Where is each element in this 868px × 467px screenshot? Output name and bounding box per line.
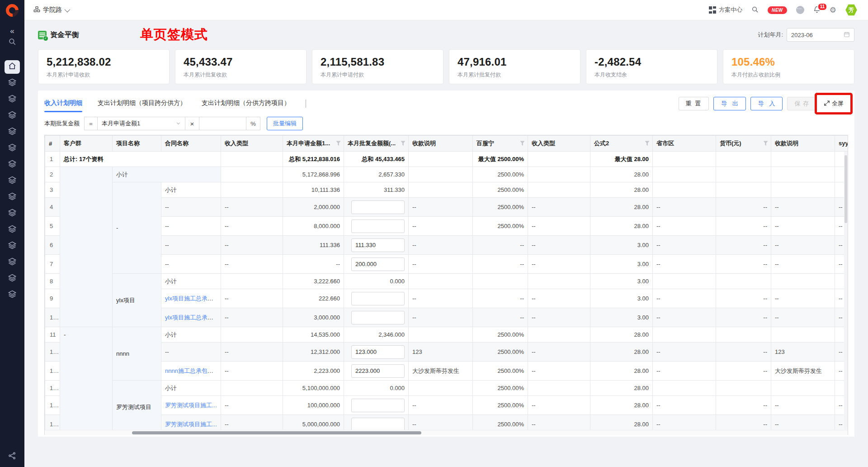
cell: 123 — [771, 343, 835, 362]
layers-icon — [8, 257, 16, 267]
cell: ylx项目 — [113, 274, 161, 327]
sidebar-item-layers[interactable] — [5, 239, 20, 253]
approved-amount-input[interactable] — [351, 399, 405, 412]
filter-funnel-icon[interactable] — [401, 141, 406, 148]
table-row: 9ylx项目施工总承包...--222.660------3.00-------… — [45, 289, 849, 308]
cell: 最大值 2500.00% — [473, 152, 528, 167]
row-number: 7 — [45, 255, 60, 274]
approved-amount-input[interactable]: 123.000 — [351, 345, 405, 359]
cell: -- — [221, 217, 283, 236]
row-number: 11 — [45, 327, 60, 343]
sidebar-item-layers[interactable] — [5, 142, 20, 155]
collapse-sidebar-icon[interactable]: « — [10, 27, 14, 36]
messages-button[interactable] — [796, 6, 804, 14]
sidebar-item-layers[interactable] — [5, 256, 20, 269]
cell: -- — [473, 255, 528, 274]
cell: 小计 — [161, 327, 221, 343]
cell: 3.00 — [590, 289, 653, 308]
cell: 2500.00% — [473, 362, 528, 381]
cell: -- — [771, 308, 835, 327]
approved-amount-input[interactable] — [351, 311, 405, 324]
cell: -- — [473, 308, 528, 327]
sidebar-item-layers[interactable] — [5, 125, 20, 139]
row-number: 1 — [45, 152, 60, 167]
new-badge[interactable]: NEW — [768, 6, 787, 14]
column-header: # — [45, 136, 60, 152]
header-search-button[interactable] — [751, 6, 759, 14]
filter-funnel-icon[interactable] — [336, 141, 341, 148]
cell — [344, 396, 409, 415]
fullscreen-button[interactable]: 全屏 — [821, 100, 846, 108]
org-switcher[interactable]: 学院路 — [33, 6, 69, 14]
save-button: 保 存 — [787, 97, 816, 110]
column-header: 省市区 — [653, 136, 716, 152]
contract-link[interactable]: 罗芳测试项目施工... — [165, 402, 217, 409]
cell: -- — [161, 236, 221, 255]
page-title: 资金平衡 — [50, 30, 79, 40]
approved-amount-input[interactable] — [351, 219, 405, 233]
chevron-down-icon — [176, 120, 181, 127]
sidebar-item-layers[interactable] — [5, 207, 20, 220]
cell: 小计 — [161, 381, 221, 396]
cell: -- — [528, 198, 590, 217]
solution-center-button[interactable]: 方案中心 — [709, 6, 742, 14]
horizontal-scrollbar[interactable] — [45, 430, 848, 435]
sidebar-search[interactable] — [5, 36, 20, 49]
cell: -- — [716, 289, 771, 308]
row-number: 8 — [45, 274, 60, 289]
table-row: 13nnnn施工总承包合同--2,223.0002223.000大沙发斯蒂芬发生… — [45, 362, 849, 381]
column-header: 收款说明 — [409, 136, 473, 152]
avatar[interactable]: 芳 — [845, 4, 857, 16]
cell: ylx项目施工总承包... — [161, 308, 221, 327]
percent-suffix: % — [246, 117, 260, 130]
summary-card: 105.46%本月付款占收款比例 — [723, 49, 854, 84]
cell: -- — [716, 396, 771, 415]
contract-link[interactable]: nnnn施工总承包合同 — [165, 367, 219, 374]
sidebar-item-home[interactable] — [5, 60, 20, 74]
percentage-input[interactable] — [199, 117, 246, 130]
reset-button[interactable]: 重 置 — [679, 97, 709, 110]
cell: -- — [653, 289, 716, 308]
approved-amount-input[interactable] — [351, 418, 405, 431]
sidebar-item-layers[interactable] — [5, 93, 20, 106]
contract-link[interactable]: ylx项目施工总承包... — [165, 295, 218, 302]
approved-amount-input[interactable]: 111.330 — [351, 238, 405, 252]
cell: 罗芳测试项目施工... — [161, 396, 221, 415]
contract-link[interactable]: 罗芳测试项目施工... — [165, 421, 217, 428]
tab-active[interactable]: 收入计划明细 — [44, 99, 82, 112]
cell — [716, 381, 771, 396]
cell: -- — [716, 236, 771, 255]
filter-funnel-icon[interactable] — [520, 141, 525, 148]
formula-field-select[interactable]: 本月申请金额1 — [97, 117, 185, 130]
export-button[interactable]: 导 出 — [713, 97, 746, 110]
batch-edit-button[interactable]: 批量编辑 — [267, 117, 303, 130]
filter-funnel-icon[interactable] — [763, 141, 768, 148]
tab-item[interactable]: 支出计划明细（项目跨分供方） — [98, 99, 186, 112]
sidebar-item-layers[interactable] — [5, 288, 20, 302]
notifications-button[interactable]: 11 — [813, 6, 821, 14]
sidebar-item-layers[interactable] — [5, 174, 20, 188]
contract-link[interactable]: ylx项目施工总承包... — [165, 314, 218, 321]
sidebar-item-layers[interactable] — [5, 158, 20, 172]
sidebar-item-layers[interactable] — [5, 109, 20, 123]
sidebar-item-layers[interactable] — [5, 272, 20, 286]
approved-amount-input[interactable] — [351, 200, 405, 214]
plan-month-picker[interactable]: 2023-06 — [787, 28, 854, 42]
tab-item[interactable]: 支出计划明细（分供方跨项目） — [202, 99, 290, 112]
approved-amount-input[interactable]: 2223.000 — [351, 364, 405, 378]
sidebar-item-layers[interactable] — [5, 223, 20, 237]
sidebar-share-nodes[interactable] — [0, 452, 24, 462]
cell — [221, 182, 283, 198]
cell: -- — [221, 343, 283, 362]
cell — [60, 167, 113, 327]
vertical-scrollbar[interactable] — [844, 152, 848, 429]
sidebar-item-layers[interactable] — [5, 76, 20, 90]
approved-amount-input[interactable]: 200.000 — [351, 257, 405, 271]
cell: -- — [409, 198, 473, 217]
sidebar-item-layers[interactable] — [5, 191, 20, 204]
filter-funnel-icon[interactable] — [645, 141, 650, 148]
import-button[interactable]: 导 入 — [750, 97, 783, 110]
approved-amount-input[interactable] — [351, 292, 405, 305]
row-number: 10 — [45, 308, 60, 327]
settings-button[interactable]: ⚙ — [830, 6, 836, 14]
